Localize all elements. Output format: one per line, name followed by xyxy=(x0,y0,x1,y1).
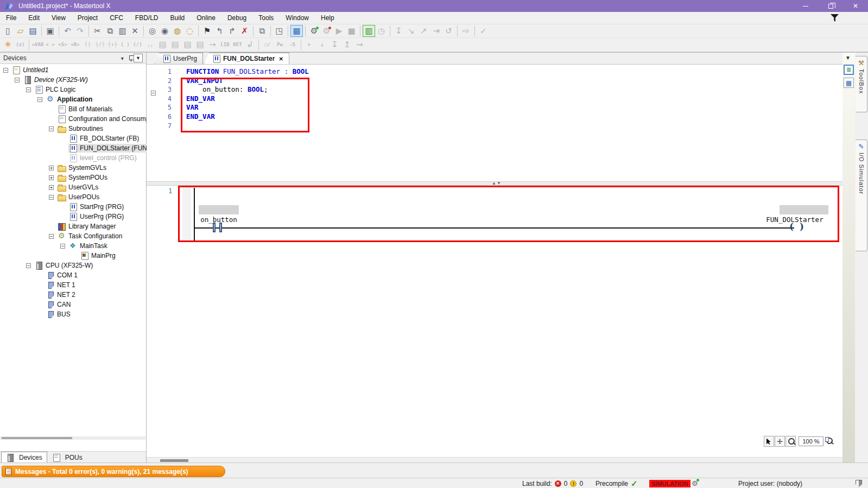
sidebar-hscroll-thumb[interactable] xyxy=(2,437,72,439)
menu-cfc[interactable]: CFC xyxy=(104,12,129,24)
toggle-bookmark-button[interactable]: ⚑ xyxy=(201,25,213,37)
code-line[interactable] xyxy=(186,122,309,131)
tree-item-net-1[interactable]: NET 1 xyxy=(0,280,146,290)
set-coil-button[interactable]: <S> xyxy=(56,39,69,51)
code-line[interactable]: on_button: BOOL; xyxy=(186,85,309,94)
project-dropdown-button[interactable]: ▼ xyxy=(134,54,143,62)
bottom-tab-devices[interactable]: Devices xyxy=(1,452,47,463)
panel-menu-icon[interactable]: ▾ xyxy=(121,55,124,61)
find-button[interactable]: ◎ xyxy=(146,25,159,37)
editor-tab-userprg[interactable]: UserPrg xyxy=(154,53,203,64)
insert-branch-button[interactable]: ⊢ xyxy=(303,39,316,51)
menu-help[interactable]: Help xyxy=(315,12,340,24)
menu-view[interactable]: View xyxy=(46,12,72,24)
insert-empty-box-button[interactable]: ▤ xyxy=(169,39,181,51)
tree-item-com-1[interactable]: COM 1 xyxy=(0,270,146,280)
tree-item-configuration-and-consumption[interactable]: Configuration and Consumption xyxy=(0,114,146,124)
assignment-button[interactable]: (x) xyxy=(14,39,27,51)
tab-list-dropdown-icon[interactable]: ▼ xyxy=(845,55,851,61)
magic-wand-button[interactable]: ✳ xyxy=(2,39,14,51)
tree-item-device-xf325-w[interactable]: −Device (XF325-W) xyxy=(0,75,146,85)
tree-item-systemgvls[interactable]: +SystemGVLs xyxy=(0,163,146,173)
splitter-arrows-icon[interactable]: ▲▼ xyxy=(492,181,502,186)
insert-input-button[interactable]: → xyxy=(206,39,219,51)
insert-negated-coil-button[interactable]: (/) xyxy=(131,39,144,51)
menu-online[interactable]: Online xyxy=(191,12,221,24)
print-button[interactable]: ▣ xyxy=(44,25,56,37)
tree-toggle-icon[interactable]: − xyxy=(49,234,54,239)
insert-operator-box-button[interactable]: ▤ xyxy=(194,39,206,51)
tree-item-task-configuration[interactable]: −Task Configuration xyxy=(0,231,146,241)
insert-negated-contact-button[interactable]: ┤/├ xyxy=(94,39,106,51)
step-into-button[interactable]: ↘ xyxy=(405,25,417,37)
menu-file[interactable]: File xyxy=(0,12,22,24)
clear-bookmarks-button[interactable]: ✗ xyxy=(238,25,251,37)
tree-toggle-icon[interactable]: − xyxy=(26,87,31,92)
stop-button[interactable]: ■ xyxy=(345,25,358,37)
contact-label[interactable]: on_button xyxy=(193,216,245,224)
edge-detection-button[interactable]: Pw xyxy=(274,39,286,51)
textual-view-button[interactable]: ≣ xyxy=(844,65,854,75)
contact-symbol[interactable] xyxy=(219,223,222,232)
minimize-button[interactable] xyxy=(793,0,818,12)
code-line[interactable]: END_VAR xyxy=(186,112,309,122)
insert-branch-below-button[interactable]: ⊥ xyxy=(316,39,328,51)
new-project-button[interactable]: ▯ xyxy=(2,25,14,37)
code-line[interactable]: VAR xyxy=(186,103,309,112)
tree-toggle-icon[interactable]: − xyxy=(49,126,54,131)
tabular-view-button[interactable]: ▦ xyxy=(844,78,854,88)
paste-object-button[interactable]: ⧉ xyxy=(256,25,268,37)
tree-item-usergvls[interactable]: +UserGVLs xyxy=(0,182,146,192)
code-line[interactable]: VAR_INPUT xyxy=(186,77,309,86)
insert-return-button[interactable]: RET xyxy=(231,39,244,51)
cut-button[interactable]: ✂ xyxy=(91,25,104,37)
tree-item-maintask[interactable]: −MainTask xyxy=(0,241,146,251)
find-replace-button[interactable]: ◉ xyxy=(159,25,171,37)
coil-symbol[interactable]: ( ) xyxy=(785,221,810,232)
tree-item-untitled1[interactable]: −Untitled1 xyxy=(0,65,146,75)
login-button[interactable]: ⚙ xyxy=(308,25,320,37)
ladder-editor[interactable]: 1 on_button FUN_DOLStarter ( ) ✛ 100 % xyxy=(147,186,842,457)
tree-item-net-2[interactable]: NET 2 xyxy=(0,290,146,300)
save-button[interactable]: ▤ xyxy=(27,25,39,37)
code-line[interactable]: END_VAR xyxy=(186,94,309,104)
contact-placeholder-box[interactable] xyxy=(199,205,239,214)
tree-toggle-icon[interactable]: − xyxy=(37,97,42,102)
code-line[interactable]: FUNCTION FUN_DOLStarter : BOOL xyxy=(186,67,309,77)
tree-item-userprg-prg[interactable]: UserPrg (PRG) xyxy=(0,212,146,221)
tree-item-bus[interactable]: BUS xyxy=(0,309,146,319)
insert-edge-contact-button[interactable]: ┤↑├ xyxy=(106,39,119,51)
insert-coil-button[interactable]: ( ) xyxy=(119,39,131,51)
run-button[interactable]: ▶ xyxy=(333,25,345,37)
insert-network-button[interactable]: ↲ xyxy=(244,39,256,51)
network-margin[interactable] xyxy=(182,187,191,240)
editor-hscroll-thumb[interactable] xyxy=(160,459,188,462)
reset-coil-button[interactable]: <R> xyxy=(69,39,81,51)
ladder-zoom-input[interactable]: 100 % xyxy=(799,436,823,446)
tree-item-startprg-prg[interactable]: StartPrg (PRG) xyxy=(0,202,146,212)
menu-edit[interactable]: Edit xyxy=(22,12,46,24)
simulation-button[interactable]: ▥ xyxy=(363,25,375,37)
tree-item-systempous[interactable]: +SystemPOUs xyxy=(0,173,146,182)
tree-item-mainprg[interactable]: MainPrg xyxy=(0,251,146,261)
zoom-tool-button[interactable] xyxy=(785,436,796,447)
tree-toggle-icon[interactable]: − xyxy=(26,263,31,268)
tree-item-application[interactable]: −Application xyxy=(0,94,146,104)
negate-element-button[interactable]: ▢/ xyxy=(261,39,274,51)
paste-button[interactable]: ▥ xyxy=(116,25,129,37)
tree-item-bill-of-materials[interactable]: Bill of Materials xyxy=(0,104,146,114)
step-out-button[interactable]: ↗ xyxy=(417,25,430,37)
insert-network-below-button[interactable]: ↧ xyxy=(328,39,341,51)
tree-item-level-control-prg[interactable]: level_control (PRG) xyxy=(0,153,146,163)
tree-toggle-icon[interactable]: − xyxy=(49,195,54,200)
close-tab-icon[interactable]: ✕ xyxy=(278,56,283,62)
runtime-clock-button[interactable]: ◷ xyxy=(375,25,388,37)
tree-toggle-icon[interactable]: + xyxy=(49,185,54,190)
menu-window[interactable]: Window xyxy=(280,12,315,24)
reset-warm-button[interactable]: ↺ xyxy=(442,25,455,37)
tree-item-can[interactable]: CAN xyxy=(0,300,146,309)
select-tool-button[interactable] xyxy=(764,436,774,447)
dock-tab-i-o-simulator[interactable]: ✎I/O Simulator xyxy=(856,140,867,251)
menu-debug[interactable]: Debug xyxy=(221,12,252,24)
security-status[interactable] xyxy=(856,478,862,488)
